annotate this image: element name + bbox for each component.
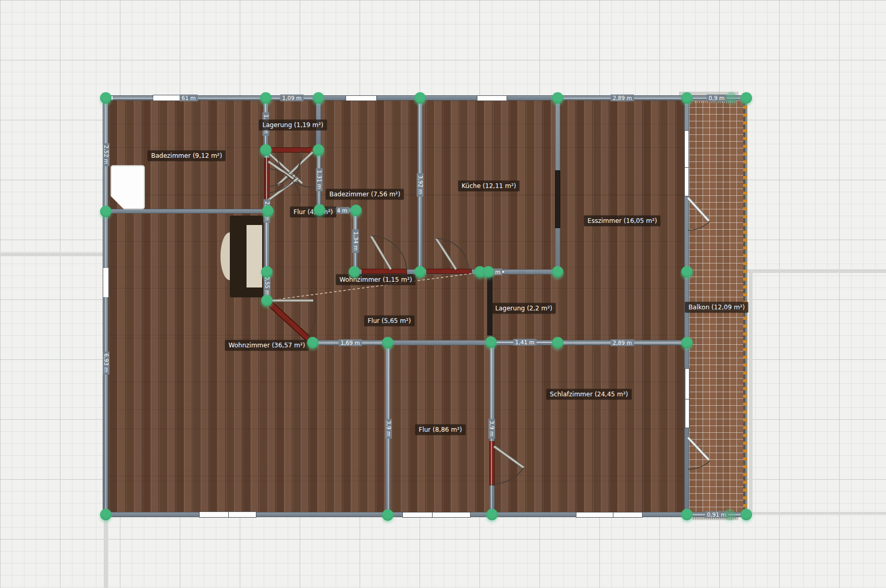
dimension-d19: 6,93 m (102, 212, 109, 515)
window[interactable] (576, 512, 643, 518)
dimension-d4: 0,9 m (687, 94, 746, 102)
room-label-balkon[interactable]: Balkon (12,09 m²) (685, 302, 748, 313)
dimension-label: 1,31 m (316, 168, 323, 192)
wall-vertex-handle[interactable] (483, 266, 494, 278)
wall-vertex-handle[interactable] (260, 92, 272, 104)
wall-vertex-handle[interactable] (485, 336, 497, 348)
wall-vertex-handle[interactable] (552, 266, 563, 278)
wall-vertex-handle[interactable] (741, 92, 752, 104)
room-label-ess[interactable]: Esszimmer (16,05 m²) (584, 216, 660, 227)
floorplan: 61 m1,09 m2,89 m0,9 m2,52 m1,09 m1,31 m3… (0, 0, 886, 588)
dimension-label: 1,41 m (513, 339, 537, 346)
dimension-d15: 1,41 m (492, 339, 558, 346)
wall-vertex-handle[interactable] (382, 509, 393, 521)
wall-vertex-handle[interactable] (552, 337, 563, 348)
canvas-guide-line (747, 512, 886, 515)
wall-vertex-handle-faded[interactable] (724, 509, 735, 520)
room-label-lag1[interactable]: Lagerung (1,19 m²) (259, 120, 327, 131)
dimension-d18: 3,9 m (488, 343, 495, 515)
wall-vertex-handle[interactable] (100, 206, 112, 217)
dimension-d8: 3,92 m (416, 98, 424, 272)
floorplan-grid-canvas[interactable]: 61 m1,09 m2,89 m0,9 m2,52 m1,09 m1,31 m3… (0, 0, 886, 588)
dimension-label: 6,93 m (103, 352, 109, 375)
dimension-label: 2,89 m (611, 95, 634, 102)
room-label-wohn1[interactable]: Wohnzimmer (1,15 m²) (336, 274, 415, 285)
canvas-guide-line (747, 269, 886, 273)
window-sash-divider (685, 399, 689, 399)
dimension-d16: 2,89 m (558, 339, 687, 346)
window-sash-divider (685, 167, 688, 168)
dimension-label: m (493, 269, 502, 276)
window-sash-divider (228, 512, 229, 517)
dimension-d11: 1,34 m (352, 210, 359, 272)
dimension-label: 0,55 m (264, 274, 270, 298)
dimension-label: 2,52 m (103, 143, 109, 167)
wall-vertex-handle[interactable] (313, 92, 324, 104)
dimension-label: 1,69 m (339, 340, 362, 346)
dimension-label: 3,92 m (417, 173, 424, 197)
wall-vertex-handle[interactable] (681, 266, 693, 278)
canvas-guide-line (0, 253, 103, 256)
dimension-d3: 2,89 m (558, 94, 687, 102)
dimension-label: 1,34 m (352, 230, 359, 253)
dimension-d5: 2,52 m (102, 98, 109, 212)
wall-vertex-handle[interactable] (414, 266, 426, 278)
wall-vertex-handle[interactable] (261, 295, 273, 306)
wall-vertex-handle-faded[interactable] (725, 92, 737, 104)
wall-dark-painted[interactable] (555, 170, 560, 228)
dimension-d7: 1,31 m (315, 150, 323, 210)
dimension-d14: 1,69 m (313, 339, 388, 346)
window[interactable] (684, 130, 689, 196)
wall-vertex-handle[interactable] (314, 204, 325, 216)
wall-vertex-handle[interactable] (261, 266, 273, 278)
dimension-d17: 3,9 m (385, 343, 392, 515)
dimension-d2: 1,09 m (266, 94, 318, 102)
room-label-flur1[interactable]: Flur (4,1 m²) (290, 207, 336, 218)
room-label-wohn2[interactable]: Wohnzimmer (36,57 m²) (225, 340, 309, 351)
dimension-label: 0,9 m (707, 95, 727, 102)
window[interactable] (199, 511, 256, 518)
wall-vertex-handle[interactable] (741, 509, 752, 520)
window[interactable] (402, 512, 471, 518)
wall-vertex-handle[interactable] (681, 337, 693, 348)
wall[interactable] (106, 209, 268, 214)
wall-vertex-handle[interactable] (100, 509, 112, 520)
wall-vertex-handle[interactable] (313, 144, 324, 156)
door[interactable] (362, 269, 407, 274)
wall-vertex-handle[interactable] (681, 92, 693, 104)
room-label-bad1[interactable]: Badezimmer (9,12 m²) (147, 151, 226, 161)
wall-vertex-handle[interactable] (382, 337, 393, 348)
room-label-bad2[interactable]: Badezimmer (7,56 m²) (326, 189, 404, 200)
room-label-schlaf[interactable]: Schlafzimmer (24,45 m²) (546, 389, 632, 400)
room-label-flur2[interactable]: Flur (5,65 m²) (364, 316, 415, 327)
wall-vertex-handle[interactable] (349, 266, 360, 278)
dimension-label: 2,89 m (611, 340, 634, 346)
dimension-label: 3,9 m (488, 419, 495, 439)
wall-vertex-handle[interactable] (262, 205, 274, 217)
window[interactable] (346, 95, 377, 101)
wall-vertex-handle[interactable] (552, 92, 563, 104)
wall-vertex-handle[interactable] (260, 144, 272, 156)
wall-vertex-handle[interactable] (350, 205, 362, 216)
dimension-label: 3,9 m (385, 419, 392, 439)
room-label-kueche[interactable]: Küche (12,11 m²) (458, 181, 520, 192)
room-label-lag2[interactable]: Lagerung (2,2 m²) (491, 303, 556, 314)
canvas-guide-line (749, 269, 753, 515)
wall-vertex-handle[interactable] (681, 509, 693, 520)
room-label-flur3[interactable]: Flur (8,86 m²) (415, 424, 466, 435)
dimension-label: 1,09 m (280, 95, 304, 102)
door[interactable] (426, 269, 472, 274)
window[interactable] (685, 368, 690, 428)
window[interactable] (477, 95, 507, 101)
dimension-d20: 0,91 m (687, 511, 746, 518)
window-sash-divider (613, 512, 613, 517)
dimension-d1: 61 m (109, 94, 269, 102)
dimension-label: 61 m (180, 95, 198, 102)
apartment-parquet-floor[interactable] (108, 101, 684, 512)
wall-vertex-handle[interactable] (486, 509, 498, 520)
wall-vertex-handle[interactable] (414, 92, 426, 104)
wall-vertex-handle[interactable] (307, 337, 318, 348)
window-sash-divider (432, 512, 433, 517)
wall-vertex-handle[interactable] (100, 92, 112, 104)
piano-lid-icon (247, 225, 262, 287)
